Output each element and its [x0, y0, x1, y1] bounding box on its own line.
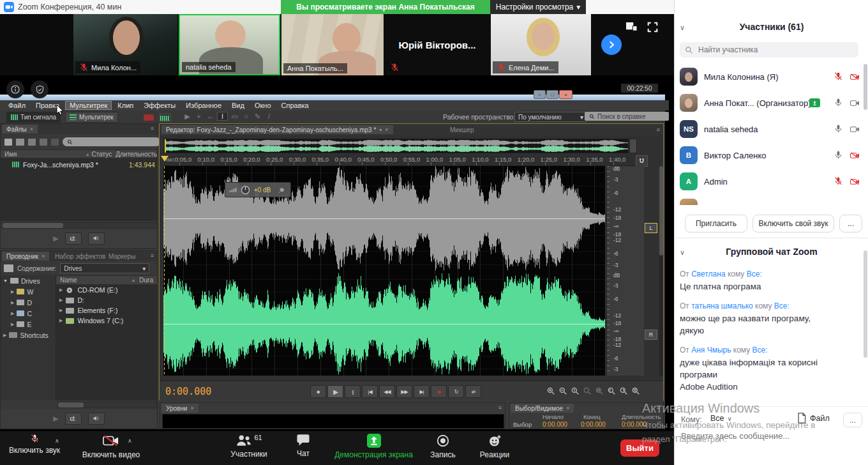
col-duration: Длительность: [622, 413, 661, 420]
invite-button[interactable]: Пригласить: [685, 215, 747, 232]
participant-row[interactable]: B Виктор Саленко: [675, 142, 868, 168]
reactions-button[interactable]: Реакции: [472, 434, 517, 459]
explorer-tab: Проводник×: [2, 252, 49, 261]
fullscreen-icon[interactable]: [647, 22, 658, 35]
drive-icon: [17, 310, 24, 316]
close-icon: ×: [566, 405, 569, 411]
zoom-in-point-icon: [607, 386, 616, 397]
audition-menubar: Файл Правка Мультитрек Клип Эффекты Избр…: [0, 100, 669, 111]
tool-slip-icon: ↔: [206, 112, 215, 120]
participant-search[interactable]: [680, 42, 858, 57]
spectral-display-icon: [143, 114, 154, 121]
participants-button[interactable]: 61 Участники: [212, 434, 286, 459]
selection-duration: 0:00.000: [622, 421, 647, 429]
meeting-info-icon[interactable]: [6, 80, 24, 98]
waveform-display: [163, 166, 605, 376]
attach-file-button[interactable]: Файл: [797, 413, 830, 423]
mixer-tab: Микшер: [445, 125, 478, 134]
video-tile-natalia[interactable]: natalia seheda: [179, 14, 280, 75]
video-tile-mila[interactable]: Мила Колон...: [73, 14, 177, 75]
playhead-time: 0:00.000: [165, 386, 211, 397]
participant-row[interactable]: Мила Колонина (Я): [675, 64, 868, 89]
recipient-label: Кому:: [681, 415, 702, 424]
chat-more-button[interactable]: ...: [843, 413, 862, 427]
close-icon: ×: [190, 405, 193, 411]
avatar: A: [680, 172, 698, 190]
unmute-button[interactable]: Включить звук: [1, 434, 68, 455]
tree-item: ▶W: [1, 286, 56, 297]
tool-time-select-icon: I: [217, 112, 228, 121]
cdrom-icon: [66, 287, 74, 294]
share-screen-button[interactable]: Демонстрация экрана: [324, 434, 423, 459]
participant-search-input[interactable]: [697, 45, 840, 55]
participant-row[interactable]: A Admin: [675, 169, 868, 194]
participant-row[interactable]: NS natalia seheda: [675, 116, 868, 142]
audition-window: − □ × Файл Правка Мультитрек Клип Эффект…: [0, 95, 665, 429]
chat-messages: От Светлана кому Все: Це платна програма…: [680, 261, 856, 402]
right-channel-button: R: [645, 330, 657, 340]
menu-clip: Клип: [113, 101, 138, 110]
level-bars-icon: [229, 187, 237, 193]
record-button: ●: [431, 385, 447, 398]
search-icon: [67, 139, 73, 145]
audio-options-chevron[interactable]: ∧: [55, 438, 59, 444]
participants-scrollbar[interactable]: [864, 64, 867, 110]
loop-playback-button: ↻: [448, 385, 464, 398]
speaker-view-icon[interactable]: [625, 22, 638, 35]
overview-waveform: [164, 139, 629, 153]
browser-content-row: Содержание: Drives▾: [1, 262, 160, 275]
muted-mic-icon: [390, 63, 400, 72]
panel-menu-icon: ≡: [657, 126, 661, 133]
zoom-out-point-icon: [619, 386, 628, 397]
video-options-chevron[interactable]: ∧: [128, 438, 132, 444]
video-tile-elena[interactable]: Елена Деми...: [491, 14, 591, 75]
view-settings-button[interactable]: Настройки просмотра▾: [490, 0, 586, 14]
db-scale-right: dB-3-6-12-18-∞-18-12-6-3: [611, 273, 630, 375]
leave-button[interactable]: Выйти: [620, 439, 659, 457]
participant-row-partial[interactable]: [675, 195, 868, 205]
unmute-self-button[interactable]: Включить свой звук: [752, 215, 834, 232]
zoom-out-icon: [558, 386, 567, 397]
search-icon: [685, 46, 693, 54]
camera-off-icon: [850, 177, 860, 189]
zoom-full-icon: [631, 386, 640, 397]
participants-title: Участники (61): [675, 22, 868, 32]
go-to-end-button: ▶|: [414, 385, 430, 398]
recipient-select[interactable]: Все∨: [710, 414, 732, 423]
share-banner: Вы просматриваете экран Анна Покатыльска…: [281, 0, 490, 14]
camera-on-icon: [850, 125, 860, 137]
zoom-selection-icon: [595, 386, 604, 397]
editor-tab: Редактор: Foxy-Jazz_-_Zapominay-den-Zapo…: [161, 125, 393, 134]
record-button[interactable]: Запись: [421, 434, 465, 459]
encryption-shield-icon[interactable]: [31, 80, 49, 98]
video-tile-yurii[interactable]: Юрій Вікторов...: [384, 14, 490, 75]
import-file-icon: [16, 139, 24, 146]
mic-on-icon: [834, 150, 843, 162]
drive-icon: [66, 308, 74, 314]
files-toolbar: [1, 135, 161, 149]
start-video-button[interactable]: Включить видео: [71, 434, 151, 459]
chat-message-input[interactable]: [680, 431, 855, 441]
participant-row[interactable]: Анна Покат... (Организатор): [675, 90, 868, 116]
audition-toolbar: Тип сигнала Мультитрек ▶ + ↔ I ▭ ○ ✎ / Р…: [0, 111, 665, 124]
share-screen-icon: [367, 434, 381, 448]
video-tile-anna[interactable]: Анна Покатыль...: [281, 14, 384, 75]
chevron-right-icon: [607, 40, 616, 49]
editor-panel-group: Редактор: Foxy-Jazz_-_Zapominay-den-Zapo…: [159, 123, 664, 400]
side-panel: ∨ Участники (61) Мила Колонина (Я) Анна …: [674, 0, 868, 465]
trash-icon: [51, 139, 59, 146]
panel-divider: [675, 238, 868, 238]
chat-message: От татьяна шмалько кому Все: можно ще ра…: [680, 301, 856, 337]
chat-scrollbar[interactable]: [864, 250, 867, 358]
chat-button[interactable]: Чат: [284, 434, 322, 458]
content-select: Drives▾: [60, 263, 149, 273]
drive-icon: [17, 300, 24, 305]
workspace-label: Рабочее пространство:: [443, 113, 515, 121]
shortcuts-icon: [9, 332, 17, 338]
help-search-box: Поиск в справке: [585, 112, 669, 121]
participants-more-button[interactable]: ...: [839, 215, 862, 232]
next-videos-button[interactable]: [601, 34, 622, 55]
participants-icon: [236, 434, 252, 447]
tool-move-icon: ▶: [183, 112, 192, 121]
close-icon: ×: [30, 126, 33, 132]
